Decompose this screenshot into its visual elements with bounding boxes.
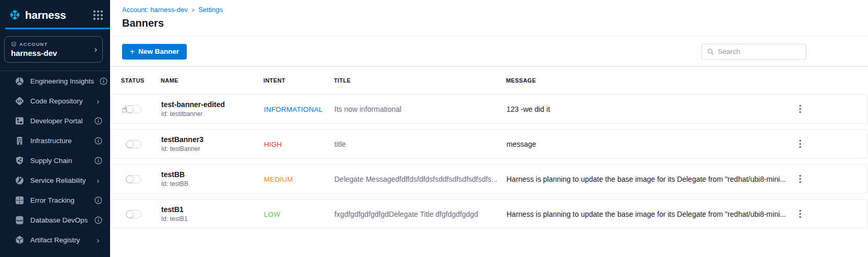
banner-status-toggle[interactable] <box>126 140 141 148</box>
column-header-intent: INTENT <box>263 77 334 84</box>
banner-id: Id: testitbanner <box>161 110 264 118</box>
info-icon[interactable] <box>94 117 102 125</box>
menu-cell <box>795 172 863 186</box>
chevron-right-icon[interactable]: › <box>94 97 102 105</box>
column-header-title: TITLE <box>334 77 506 84</box>
logo-text: harness <box>25 9 66 21</box>
intent-label: HIGH <box>264 141 282 148</box>
status-cell <box>122 105 161 113</box>
error-tracking-icon <box>15 195 25 205</box>
menu-cell <box>795 102 863 116</box>
banner-name: testBB <box>161 170 264 179</box>
info-icon[interactable] <box>94 157 102 165</box>
code-repository-icon <box>15 96 25 106</box>
sidebar-item-label: Error Tracking <box>30 196 88 204</box>
info-icon[interactable] <box>94 196 102 204</box>
sidebar-item-service-reliability[interactable]: Service Reliability › <box>0 170 110 190</box>
banner-status-toggle[interactable] <box>126 105 141 113</box>
logo-row: harness <box>0 0 110 28</box>
main-content: Account: harness-dev > Settings Banners … <box>110 0 868 257</box>
info-icon[interactable] <box>100 77 107 85</box>
sidebar-item-label: Engineering Insights <box>30 77 94 85</box>
banner-message: Harness is planning to update the base i… <box>507 210 795 218</box>
name-cell[interactable]: testBanner3 Id: testBanner <box>161 135 264 153</box>
banner-status-toggle[interactable] <box>126 175 141 183</box>
banner-title: Its now informational <box>334 105 507 113</box>
banner-title: Delegate Messagedfdffdsfdfdsfsddfsdfsdfs… <box>334 175 507 183</box>
status-cell <box>122 140 161 148</box>
info-icon[interactable] <box>100 77 107 85</box>
chevron-right-icon[interactable]: › <box>94 177 102 184</box>
account-label: ACCOUNT <box>19 41 48 47</box>
banner-message: 123 -we did it <box>507 105 795 113</box>
account-selector[interactable]: ACCOUNT harness-dev › <box>4 36 103 63</box>
sidebar-item-label: Developer Portal <box>30 117 88 125</box>
plus-icon: + <box>130 48 135 56</box>
intent-label: INFORMATIONAL <box>264 106 323 113</box>
name-cell[interactable]: test-banner-edited Id: testitbanner <box>161 100 264 118</box>
new-banner-button[interactable]: + New Banner <box>122 44 187 60</box>
info-icon[interactable] <box>94 137 102 145</box>
sidebar-nav: Engineering Insights Code Repository › D… <box>0 71 110 250</box>
sidebar-item-label: Infrastructure <box>30 137 88 145</box>
intent-cell: HIGH <box>264 139 334 149</box>
breadcrumb-separator: > <box>191 7 195 13</box>
menu-cell <box>795 137 863 151</box>
status-cell <box>122 210 161 218</box>
intent-label: MEDIUM <box>264 176 293 183</box>
toolbar: + New Banner <box>110 37 868 67</box>
sidebar-item-code-repository[interactable]: Code Repository › <box>0 91 110 111</box>
table-row: test-banner-edited Id: testitbanner INFO… <box>110 94 868 124</box>
sidebar-item-supply-chain[interactable]: Supply Chain <box>0 150 110 170</box>
banner-name: test-banner-edited <box>161 100 264 109</box>
intent-cell: INFORMATIONAL <box>264 104 334 114</box>
new-banner-button-label: New Banner <box>138 48 179 55</box>
breadcrumb-settings-link[interactable]: Settings <box>198 6 223 14</box>
info-icon[interactable] <box>94 137 102 145</box>
infrastructure-icon <box>15 136 25 146</box>
breadcrumb: Account: harness-dev > Settings <box>122 6 868 14</box>
table-row: testBB Id: testBB MEDIUM Delegate Messag… <box>110 164 868 194</box>
info-icon[interactable] <box>94 196 102 204</box>
banner-status-toggle[interactable] <box>126 210 141 218</box>
intent-cell: MEDIUM <box>264 174 334 184</box>
row-options-menu-button[interactable] <box>795 207 805 221</box>
harness-logo-icon <box>8 8 22 22</box>
artifact-registry-icon <box>15 235 25 245</box>
sidebar-item-infrastructure[interactable]: Infrastructure <box>0 131 110 150</box>
chevron-right-icon: › <box>94 45 97 54</box>
banner-name: testB1 <box>161 205 264 214</box>
name-cell[interactable]: testB1 Id: testB1 <box>161 205 264 223</box>
sidebar-item-error-tracking[interactable]: Error Tracking <box>0 190 110 210</box>
breadcrumb-account-link[interactable]: Account: harness-dev <box>122 6 188 14</box>
banner-id: Id: testBB <box>161 180 264 188</box>
developer-portal-icon <box>15 116 25 126</box>
search-input[interactable] <box>718 48 801 55</box>
chevron-right-icon[interactable]: › <box>94 236 102 244</box>
sidebar-item-label: Service Reliability <box>30 177 88 184</box>
sidebar-item-artifact-registry[interactable]: Artifact Registry › <box>0 230 110 250</box>
row-options-menu-button[interactable] <box>795 102 805 116</box>
table-row: testB1 Id: testB1 LOW fxgdfgdfgdfgdfgdDe… <box>110 199 868 229</box>
database-devops-icon <box>15 215 25 225</box>
banner-title: title <box>334 140 507 148</box>
sidebar-item-engineering-insights[interactable]: Engineering Insights <box>0 71 110 91</box>
sidebar-item-label: Supply Chain <box>30 157 88 165</box>
sidebar-item-developer-portal[interactable]: Developer Portal <box>0 111 110 131</box>
info-icon[interactable] <box>94 157 102 165</box>
app-launcher-grid-icon[interactable] <box>93 10 103 20</box>
info-icon[interactable] <box>94 216 102 224</box>
search-box <box>702 44 806 60</box>
row-options-menu-button[interactable] <box>795 137 805 151</box>
info-icon[interactable] <box>94 117 102 125</box>
supply-chain-icon <box>15 156 25 166</box>
intent-cell: LOW <box>264 209 334 219</box>
table-row: testBanner3 Id: testBanner HIGH title me… <box>110 129 868 159</box>
info-icon[interactable] <box>94 216 102 224</box>
name-cell[interactable]: testBB Id: testBB <box>161 170 264 188</box>
row-options-menu-button[interactable] <box>795 172 805 186</box>
banner-message: Harness is planning to update the base i… <box>507 175 795 183</box>
page-title: Banners <box>122 17 868 29</box>
sidebar-item-database-devops[interactable]: Database DevOps <box>0 210 110 230</box>
intent-label: LOW <box>264 211 280 218</box>
